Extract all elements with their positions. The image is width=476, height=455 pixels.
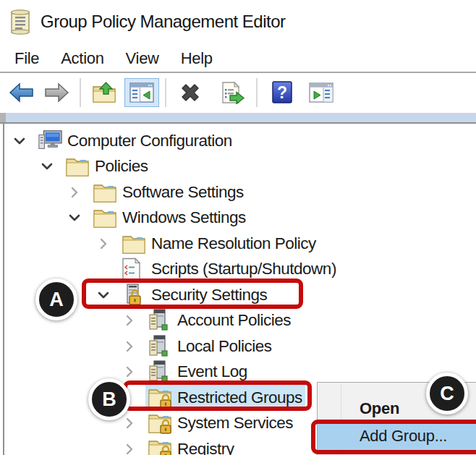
back-arrow-icon xyxy=(8,82,35,103)
tree-item-local-policies[interactable]: Local Policies xyxy=(0,333,476,360)
scripts-icon xyxy=(122,258,146,281)
tree-item-event-log[interactable]: Event Log xyxy=(0,360,476,386)
svg-text:?: ? xyxy=(277,83,287,102)
computer-config-icon xyxy=(38,129,62,153)
gpo-scroll-icon xyxy=(7,7,33,36)
context-menu-item-add-group[interactable]: Add Group... xyxy=(318,422,476,450)
tree-item-software-settings[interactable]: Software Settings xyxy=(0,179,476,205)
help-icon: ? xyxy=(270,81,294,104)
gpme-window: Group Policy Management Editor File Acti… xyxy=(0,0,476,455)
menubar: File Action View Help xyxy=(0,46,476,71)
delete-x-icon xyxy=(176,82,205,103)
tree-item-label: Software Settings xyxy=(122,183,244,202)
tree-item-label: Event Log xyxy=(177,362,247,381)
tree-item-policies[interactable]: Policies xyxy=(0,154,476,180)
annotation-badge-a: A xyxy=(35,278,77,320)
policy-icon xyxy=(148,335,172,358)
policy-icon xyxy=(148,309,172,332)
toolbar-separator xyxy=(165,78,166,107)
help-button[interactable]: ? xyxy=(266,78,298,107)
export-list-icon xyxy=(219,81,247,104)
chevron-right-icon[interactable] xyxy=(123,314,148,327)
policy-icon xyxy=(148,360,172,383)
menu-help[interactable]: Help xyxy=(172,48,221,69)
console-tree-icon xyxy=(128,81,156,104)
menu-file[interactable]: File xyxy=(6,48,48,69)
security-settings-icon xyxy=(122,284,146,307)
folder-icon xyxy=(93,181,117,204)
tree-item-label: Security Settings xyxy=(151,286,267,305)
chevron-down-icon[interactable] xyxy=(13,135,38,148)
forward-arrow-icon xyxy=(43,82,70,103)
chevron-down-icon[interactable] xyxy=(97,289,122,302)
chevron-down-icon[interactable] xyxy=(68,211,93,224)
back-button[interactable] xyxy=(4,79,39,106)
show-hide-console-tree-button[interactable] xyxy=(124,78,159,107)
tree-item-label: Restricted Groups xyxy=(177,388,302,407)
tree-item-label: Scripts (Startup/Shutdown) xyxy=(151,260,336,278)
tree-item-label: Account Policies xyxy=(177,311,291,330)
tree-item-label: Registry xyxy=(177,440,234,455)
tree-item-label: Policies xyxy=(95,157,148,176)
folder-lock-icon xyxy=(148,438,172,455)
menu-action[interactable]: Action xyxy=(52,48,112,69)
tree-item-windows-settings[interactable]: Windows Settings xyxy=(0,205,476,231)
tree-item-label: Windows Settings xyxy=(122,208,246,227)
export-list-button[interactable] xyxy=(216,78,250,107)
chevron-right-icon[interactable] xyxy=(123,417,148,430)
toolbar-separator xyxy=(80,78,81,107)
toolbar-separator xyxy=(256,78,258,107)
pane-top-border xyxy=(0,122,476,124)
tree-item-name-resolution-policy[interactable]: Name Resolution Policy xyxy=(0,231,476,257)
up-one-level-button[interactable] xyxy=(87,78,122,107)
toolbar: ? xyxy=(0,73,476,112)
chevron-right-icon[interactable] xyxy=(123,443,148,455)
show-hide-action-pane-button[interactable] xyxy=(304,78,339,107)
action-pane-icon xyxy=(307,81,335,104)
folder-icon xyxy=(93,206,117,229)
tree-item-label: Computer Configuration xyxy=(67,132,232,150)
chevron-down-icon[interactable] xyxy=(41,160,65,173)
tree-item-label: Name Resolution Policy xyxy=(151,234,316,253)
folder-lock-icon xyxy=(148,386,172,409)
tree-item-computer-configuration[interactable]: Computer Configuration xyxy=(0,128,476,154)
delete-button[interactable] xyxy=(172,79,208,106)
chevron-right-icon[interactable] xyxy=(123,365,148,378)
chevron-right-icon[interactable] xyxy=(68,186,93,199)
window-title: Group Policy Management Editor xyxy=(41,12,286,32)
chevron-right-icon[interactable] xyxy=(97,237,122,250)
annotation-badge-c: C xyxy=(426,373,468,414)
folder-icon xyxy=(122,232,146,255)
pane-top-band xyxy=(0,113,476,122)
pane-top-band-notch xyxy=(0,113,6,122)
menu-view[interactable]: View xyxy=(117,48,168,69)
tree-item-label: Local Policies xyxy=(177,337,272,356)
chevron-right-icon[interactable] xyxy=(123,340,148,353)
window-titlebar: Group Policy Management Editor xyxy=(7,7,286,36)
forward-button[interactable] xyxy=(39,79,74,106)
annotation-badge-b: B xyxy=(88,378,130,420)
up-folder-icon xyxy=(90,81,118,104)
tree-item-scripts[interactable]: Scripts (Startup/Shutdown) xyxy=(0,257,476,283)
folder-lock-icon xyxy=(148,412,172,435)
tree-item-label: System Services xyxy=(177,414,293,433)
folder-icon xyxy=(65,155,90,178)
tree-selection-highlight: Restricted Groups xyxy=(145,385,305,411)
